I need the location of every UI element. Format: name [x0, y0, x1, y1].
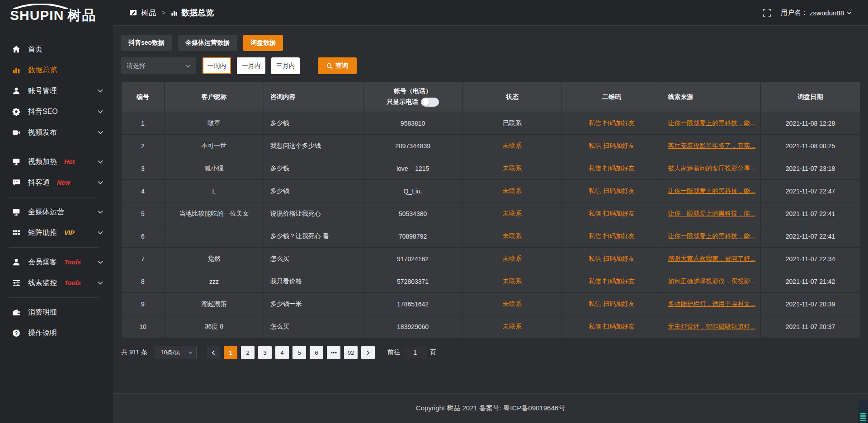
sidebar-item-instructions[interactable]: ? 操作说明 [0, 323, 113, 343]
row-no: 5 [122, 202, 165, 225]
lead-source-link[interactable]: 如何正确选择投影仪，买投影... [668, 277, 755, 285]
query-button[interactable]: 查询 [318, 57, 357, 74]
scan-add-friend-link[interactable]: 扫码加好友 [603, 142, 635, 149]
fullscreen-icon[interactable] [763, 9, 771, 17]
period-three-months-button[interactable]: 三月内 [271, 57, 300, 74]
sidebar-item-video-heat[interactable]: 视频加热 Hot [0, 151, 113, 172]
chevron-down-icon [98, 110, 103, 113]
page-ellipsis-button[interactable]: ••• [327, 346, 340, 359]
period-one-month-button[interactable]: 一月内 [237, 57, 265, 74]
private-message-link[interactable]: 私信 [589, 255, 601, 262]
app-root: SHUPIN 树品 首页 数据总览 账号管理 抖音SEO [0, 0, 868, 423]
row-content: 我只看价格 [264, 270, 363, 293]
row-no: 3 [122, 157, 165, 180]
lead-source-link[interactable]: 被大家追着问的客厅投影分享... [668, 164, 755, 172]
scan-add-friend-link[interactable]: 扫码加好友 [603, 210, 635, 217]
row-nickname: L [165, 180, 264, 202]
next-page-button[interactable] [361, 346, 375, 359]
lead-source-link[interactable]: 无主灯设计，智能磁吸轨道灯... [668, 323, 755, 330]
sidebar-item-consumption-detail[interactable]: 消费明细 [0, 302, 113, 323]
sidebar-item-video-publish[interactable]: 视频发布 [0, 122, 113, 143]
private-message-link[interactable]: 私信 [589, 232, 601, 240]
row-no: 2 [122, 135, 165, 157]
sidebar-item-douyin-seo[interactable]: 抖音SEO [0, 101, 113, 122]
chevron-down-icon [98, 131, 103, 134]
row-content: 多少钱 [264, 112, 363, 135]
lead-source-link[interactable]: 客厅安装投影半年多了，真实... [668, 142, 755, 149]
sidebar-divider [9, 147, 99, 147]
private-message-link[interactable]: 私信 [589, 164, 601, 172]
tab-omnimedia-data[interactable]: 全媒体运营数据 [178, 35, 237, 51]
page-button-1[interactable]: 1 [224, 346, 237, 359]
row-nickname: 狐小狸 [165, 157, 264, 180]
phone-only-toggle[interactable] [421, 98, 439, 107]
page-button-2[interactable]: 2 [241, 346, 255, 359]
prev-page-button[interactable] [207, 346, 220, 359]
private-message-link[interactable]: 私信 [589, 300, 601, 307]
scan-add-friend-link[interactable]: 扫码加好友 [603, 323, 635, 330]
sidebar-item-member-burst[interactable]: 会员爆客 Tools [0, 252, 113, 273]
row-date: 2021-11-07 22:47 [761, 180, 860, 202]
scan-add-friend-link[interactable]: 扫码加好友 [603, 255, 635, 262]
private-message-link[interactable]: 私信 [589, 142, 601, 149]
column-header-source: 线索来源 [661, 82, 761, 112]
private-message-link[interactable]: 私信 [589, 119, 601, 127]
page-button-92[interactable]: 92 [344, 346, 358, 359]
tab-inquiry-data[interactable]: 询盘数据 [243, 35, 283, 51]
page-button-5[interactable]: 5 [292, 346, 306, 359]
private-message-link[interactable]: 私信 [589, 210, 601, 217]
sidebar-item-label: 抖音SEO [28, 107, 58, 117]
status-badge: 已联系 [503, 119, 522, 127]
scan-add-friend-link[interactable]: 扫码加好友 [603, 164, 635, 172]
sidebar-item-label: 账号管理 [28, 86, 57, 96]
sidebar-item-matrix-boost[interactable]: 矩阵助推 VIP [0, 222, 113, 243]
goto-suffix: 页 [430, 348, 436, 357]
row-account: 70898792 [363, 225, 462, 248]
status-badge: 未联系 [503, 323, 522, 330]
page-footer: Copyright 树品 2021 备案号: 粤ICP备09019646号 [113, 393, 868, 423]
page-button-4[interactable]: 4 [275, 346, 289, 359]
page-button-6[interactable]: 6 [310, 346, 323, 359]
account-select[interactable]: 请选择 [121, 57, 196, 74]
sidebar-item-doukertong[interactable]: 抖客通 New [0, 172, 113, 193]
tab-douyin-seo-data[interactable]: 抖音seo数据 [121, 35, 172, 51]
sidebar-item-label: 线索监控 [28, 278, 57, 288]
period-one-week-button[interactable]: 一周内 [203, 57, 231, 74]
table-row: 4 L 多少钱 Q_Liu. 未联系 私信 扫码加好友 让你一眼就爱上的黑科技，… [122, 180, 860, 202]
private-message-link[interactable]: 私信 [589, 187, 601, 194]
scan-add-friend-link[interactable]: 扫码加好友 [603, 187, 635, 194]
lead-source-link[interactable]: 让你一眼就爱上的黑科技，能... [668, 232, 755, 240]
breadcrumb-root[interactable]: 树品 [141, 8, 156, 18]
chevron-down-icon [847, 11, 852, 14]
row-content: 多少钱 [264, 157, 363, 180]
sidebar-item-account-management[interactable]: 账号管理 [0, 80, 113, 101]
lead-source-link[interactable]: 让你一眼就爱上的黑科技，能... [668, 119, 755, 127]
status-badge: 未联系 [503, 210, 522, 217]
private-message-link[interactable]: 私信 [589, 277, 601, 285]
table-row: 6 多少钱？让我死心 看 70898792 未联系 私信 扫码加好友 让你一眼就… [122, 225, 860, 248]
lead-source-link[interactable]: 多功能护栏灯，适用于乡村文... [668, 300, 755, 307]
floating-service-widget[interactable] [858, 400, 868, 423]
goto-page-input[interactable] [405, 346, 425, 359]
screen-icon [12, 157, 21, 166]
scan-add-friend-link[interactable]: 扫码加好友 [603, 232, 635, 240]
scan-add-friend-link[interactable]: 扫码加好友 [603, 300, 635, 307]
sidebar-item-home[interactable]: 首页 [0, 39, 113, 60]
lead-source-link[interactable]: 让你一眼就爱上的黑科技，能... [668, 187, 755, 194]
query-button-label: 查询 [335, 62, 348, 70]
scan-add-friend-link[interactable]: 扫码加好友 [603, 119, 635, 127]
brand-logo-cn: 树品 [67, 6, 96, 25]
user-menu[interactable]: 用户名： zswodun88 [781, 9, 852, 17]
lead-source-link[interactable]: 感谢大家喜欢我家，被问了好... [668, 255, 755, 262]
page-button-3[interactable]: 3 [258, 346, 272, 359]
row-nickname: 觉然 [165, 248, 264, 270]
sidebar-item-omnimedia[interactable]: 全媒体运营 [0, 202, 113, 222]
tools-badge: Tools [64, 279, 81, 287]
scan-add-friend-link[interactable]: 扫码加好友 [603, 277, 635, 285]
user-icon [12, 86, 21, 95]
private-message-link[interactable]: 私信 [589, 323, 601, 330]
lead-source-link[interactable]: 让你一眼就爱上的黑科技，能... [668, 210, 755, 217]
page-size-select[interactable]: 10条/页 [155, 346, 197, 359]
sidebar-item-data-overview[interactable]: 数据总览 [0, 60, 113, 80]
sidebar-item-lead-monitor[interactable]: 线索监控 Tools [0, 273, 113, 293]
